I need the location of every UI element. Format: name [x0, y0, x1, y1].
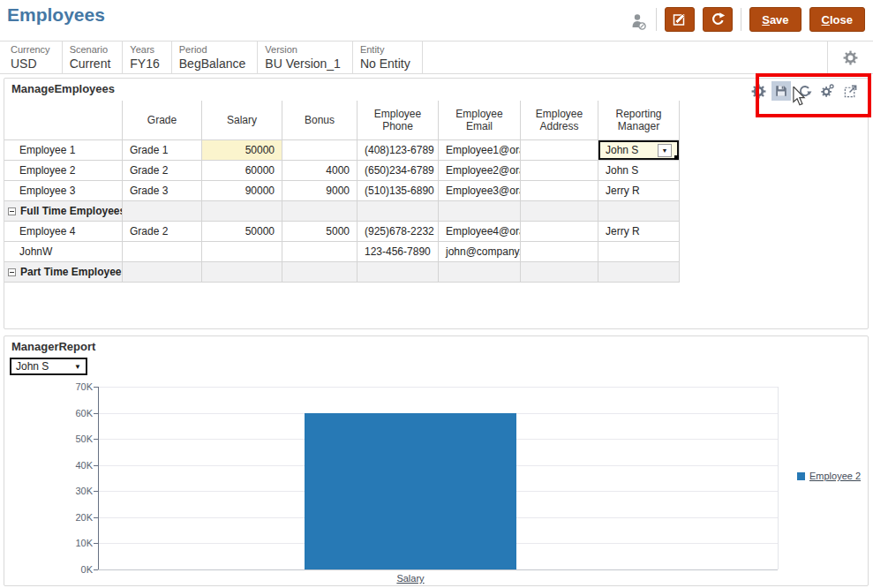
column-header[interactable]: Bonus	[282, 101, 357, 140]
grid-cell[interactable]: 123-456-7890	[357, 242, 439, 262]
column-header[interactable]: Employee Address	[521, 101, 598, 140]
grid-cell[interactable]: john@company.c	[439, 242, 521, 262]
save-icon[interactable]	[771, 81, 791, 101]
grid-cell[interactable]: Jerry R	[598, 181, 680, 201]
grid-cell[interactable]	[123, 201, 202, 222]
group-row-header[interactable]: Full Time Employees	[4, 201, 123, 222]
pov-member-label: Entity	[360, 44, 410, 55]
grid-cell[interactable]	[202, 262, 282, 283]
grid-cell[interactable]: 50000	[202, 140, 282, 161]
column-header[interactable]: Salary	[202, 101, 282, 140]
format-gear-icon[interactable]	[749, 81, 768, 101]
grid-cell[interactable]: Grade 2	[123, 222, 202, 242]
pov-member-label: Period	[179, 44, 246, 55]
pov-member-currency[interactable]: CurrencyUSD	[4, 41, 63, 73]
divider	[741, 8, 741, 31]
grid-cell[interactable]: 4000	[282, 161, 357, 181]
grid-cell[interactable]: Employee2@orac	[439, 161, 521, 181]
save-button[interactable]: Save	[749, 7, 801, 32]
x-axis-line	[98, 569, 778, 570]
grid-cell[interactable]: 90000	[202, 181, 282, 201]
pov-member-version[interactable]: VersionBU Version_1	[258, 41, 353, 73]
grid-cell[interactable]	[123, 262, 202, 283]
grid-cell[interactable]	[123, 242, 202, 262]
row-header[interactable]: Employee 1	[4, 140, 123, 161]
dropdown-arrow-button[interactable]: ▼	[658, 144, 672, 157]
grid-cell[interactable]	[282, 201, 357, 222]
grid-cell[interactable]	[357, 262, 439, 283]
pov-member-scenario[interactable]: ScenarioCurrent	[63, 41, 124, 73]
row-header[interactable]: Employee 4	[4, 222, 123, 242]
pov-settings-button[interactable]	[827, 41, 873, 73]
x-axis-label[interactable]: Salary	[305, 573, 516, 584]
grid-cell[interactable]: (510)135-6890	[357, 181, 439, 201]
grid-cell[interactable]: Grade 1	[123, 140, 202, 161]
grid-cell[interactable]: Employee4@orac	[439, 222, 521, 242]
column-header[interactable]: Employee Email	[439, 101, 521, 140]
actions-gear-icon[interactable]	[817, 81, 837, 101]
grid-cell[interactable]: Employee3@orac	[439, 181, 521, 201]
grid-cell[interactable]	[521, 161, 598, 181]
grid-cell[interactable]	[202, 242, 282, 262]
form-panel: ManageEmployees	[4, 78, 869, 329]
grid-cell[interactable]: 50000	[202, 222, 282, 242]
grid-cell[interactable]	[282, 242, 357, 262]
grid-cell[interactable]	[598, 242, 680, 262]
grid-cell[interactable]	[598, 201, 680, 222]
collapse-icon[interactable]	[8, 207, 16, 215]
collapse-icon[interactable]	[8, 268, 16, 276]
grid-cell[interactable]: Grade 3	[123, 181, 202, 201]
grid-cell[interactable]: John S	[598, 161, 680, 181]
grid-cell[interactable]	[521, 262, 598, 283]
grid-cell[interactable]: Grade 2	[123, 161, 202, 181]
manager-dropdown-cell[interactable]: John S▼	[598, 140, 680, 161]
pov-member-years[interactable]: YearsFY16	[123, 41, 171, 73]
grid-cell[interactable]	[521, 181, 598, 201]
grid-cell[interactable]	[598, 262, 680, 283]
user-status-icon[interactable]	[628, 12, 648, 32]
close-button[interactable]: Close	[809, 7, 865, 32]
grid-cell[interactable]: Jerry R	[598, 222, 680, 242]
column-header[interactable]: Grade	[123, 101, 202, 140]
grid-cell[interactable]	[439, 201, 521, 222]
grid-cell[interactable]	[282, 140, 357, 161]
pov-member-value: No Entity	[360, 57, 410, 71]
grid-cell[interactable]	[521, 201, 598, 222]
edit-button[interactable]	[665, 7, 695, 32]
group-row-header[interactable]: Part Time Employees	[4, 262, 123, 283]
pov-member-value: Current	[70, 57, 111, 71]
salary-bar[interactable]	[305, 413, 516, 569]
refresh-icon[interactable]	[794, 81, 814, 101]
grid-cell[interactable]	[202, 201, 282, 222]
grid-cell[interactable]	[439, 262, 521, 283]
pov-member-period[interactable]: PeriodBegBalance	[172, 41, 259, 73]
grid-cell[interactable]: (650)234-6789	[357, 161, 439, 181]
pov-member-value: BU Version_1	[265, 57, 341, 71]
grid-cell[interactable]: 5000	[282, 222, 357, 242]
column-header[interactable]: Reporting Manager	[598, 101, 680, 140]
grid-cell[interactable]: Employee1@orac	[439, 140, 521, 161]
row-header[interactable]: Employee 3	[4, 181, 123, 201]
grid-cell[interactable]: 60000	[202, 161, 282, 181]
legend-item[interactable]: Employee 2	[797, 471, 861, 481]
grid-cell[interactable]: 9000	[282, 181, 357, 201]
grid-cell[interactable]	[521, 222, 598, 242]
y-axis-line	[98, 387, 99, 569]
top-controls: Save Close	[628, 7, 865, 32]
fill-handle[interactable]	[674, 155, 679, 160]
column-header[interactable]: Employee Phone	[357, 101, 439, 140]
maximize-icon[interactable]	[840, 81, 860, 101]
y-axis-tick-label: 60K	[57, 408, 93, 418]
gear-icon	[843, 50, 858, 65]
grid-cell[interactable]	[521, 140, 598, 161]
grid-cell[interactable]	[282, 262, 357, 283]
refresh-button[interactable]	[703, 7, 733, 32]
pov-member-entity[interactable]: EntityNo Entity	[353, 41, 423, 73]
row-header[interactable]: JohnW	[4, 242, 123, 262]
grid-cell[interactable]	[357, 201, 439, 222]
edit-icon	[672, 11, 688, 27]
grid-cell[interactable]: (408)123-6789	[357, 140, 439, 161]
row-header[interactable]: Employee 2	[4, 161, 123, 181]
grid-cell[interactable]	[521, 242, 598, 262]
grid-cell[interactable]: (925)678-2232	[357, 222, 439, 242]
